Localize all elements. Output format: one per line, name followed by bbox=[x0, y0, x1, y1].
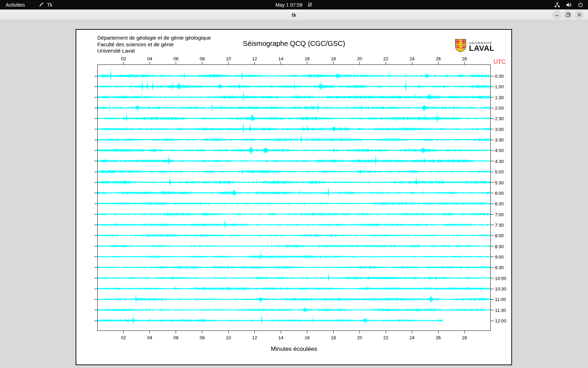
network-wired-icon[interactable] bbox=[554, 2, 560, 8]
x-axis-tick-bottom bbox=[333, 331, 334, 334]
trace-tick-left bbox=[94, 257, 97, 257]
trace-tick-right bbox=[491, 310, 494, 310]
app-indicator-tk[interactable]: Tk bbox=[39, 2, 52, 8]
notifications-disabled-icon bbox=[307, 2, 313, 7]
trace-tick-left bbox=[94, 108, 97, 108]
trace-tick-right bbox=[491, 236, 494, 236]
x-axis-tick-bottom bbox=[464, 331, 465, 334]
x-axis-tick-label-bottom: 04 bbox=[147, 335, 152, 340]
trace-tick-left bbox=[94, 76, 97, 76]
trace-tick-right bbox=[491, 161, 494, 161]
x-axis-tick-top bbox=[307, 62, 307, 64]
tk-window-body: Département de géologie et de génie géol… bbox=[0, 20, 588, 368]
x-axis-tick-top bbox=[359, 62, 360, 64]
trace-tick-right bbox=[491, 87, 494, 87]
close-icon bbox=[577, 13, 581, 17]
power-icon[interactable] bbox=[578, 2, 583, 7]
activities-button[interactable]: Activities bbox=[6, 2, 25, 8]
minimize-button[interactable] bbox=[552, 10, 561, 19]
maximize-button[interactable] bbox=[564, 10, 573, 19]
utc-time-label: 8:30 bbox=[495, 244, 504, 249]
x-axis-tick-label-bottom: 02 bbox=[121, 335, 126, 340]
trace-tick-left bbox=[94, 278, 97, 278]
trace-tick-left bbox=[94, 321, 97, 321]
x-axis-tick-label-top: 22 bbox=[383, 56, 388, 61]
trace-tick-right bbox=[491, 118, 494, 119]
trace-tick-left bbox=[94, 118, 97, 119]
x-axis-tick-label-bottom: 24 bbox=[410, 335, 414, 340]
utc-time-label: 2:00 bbox=[495, 105, 504, 111]
x-axis-tick-bottom bbox=[359, 331, 360, 334]
trace-tick-right bbox=[491, 76, 494, 76]
trace-tick-right bbox=[491, 267, 494, 268]
trace-tick-right bbox=[491, 193, 494, 193]
utc-time-label: 6:30 bbox=[495, 201, 504, 206]
maximize-icon bbox=[566, 13, 570, 17]
utc-time-label: 10:30 bbox=[495, 286, 506, 292]
x-axis-tick-label-top: 20 bbox=[357, 56, 362, 61]
x-axis-tick-label-bottom: 10 bbox=[226, 335, 231, 340]
close-button[interactable] bbox=[575, 10, 584, 19]
trace-tick-right bbox=[491, 214, 494, 214]
utc-time-label: 6:00 bbox=[495, 190, 504, 196]
utc-time-label: 7:30 bbox=[495, 222, 504, 227]
x-axis-tick-label-bottom: 26 bbox=[436, 335, 441, 340]
laval-shield-icon bbox=[455, 39, 466, 54]
trace-tick-right bbox=[491, 204, 494, 204]
x-axis-tick-bottom bbox=[412, 331, 412, 334]
x-axis-tick-top bbox=[202, 62, 202, 64]
x-axis-tick-label-top: 06 bbox=[174, 56, 178, 61]
x-axis-tick-top bbox=[464, 62, 465, 64]
gnome-top-bar: Activities Tk May 1 07:59 bbox=[0, 0, 588, 9]
utc-time-label: 7:00 bbox=[495, 212, 504, 217]
utc-time-label: 3:30 bbox=[495, 137, 504, 143]
x-axis-tick-label-top: 26 bbox=[436, 56, 441, 61]
trace-tick-right bbox=[491, 321, 494, 321]
x-axis-tick-top bbox=[281, 62, 281, 64]
clock-menu[interactable]: May 1 07:59 bbox=[275, 0, 313, 9]
utc-time-label: 0:30 bbox=[495, 74, 504, 79]
trace-tick-right bbox=[491, 278, 494, 278]
trace-tick-left bbox=[94, 161, 97, 161]
x-axis-tick-top bbox=[123, 62, 124, 64]
utc-time-label: 5:00 bbox=[495, 169, 504, 175]
x-axis-tick-label-top: 28 bbox=[462, 56, 467, 61]
x-axis-tick-bottom bbox=[281, 331, 281, 334]
x-axis-tick-bottom bbox=[176, 331, 176, 334]
utc-time-label: 3:00 bbox=[495, 127, 504, 132]
trace-tick-left bbox=[94, 172, 97, 172]
trace-tick-left bbox=[94, 204, 97, 204]
page-title: Séismographe QCQ (CGC/GSC) bbox=[97, 40, 491, 48]
x-axis-tick-bottom bbox=[254, 331, 255, 334]
x-axis-tick-label-top: 10 bbox=[226, 56, 231, 61]
institution-line-3: Université Laval bbox=[97, 48, 211, 54]
trace-tick-right bbox=[491, 97, 494, 97]
x-axis-tick-bottom bbox=[438, 331, 439, 334]
trace-tick-right bbox=[491, 289, 494, 289]
clock-text: May 1 07:59 bbox=[275, 2, 302, 8]
utc-time-label: 1:30 bbox=[495, 95, 504, 100]
trace-tick-left bbox=[94, 289, 97, 289]
window-titlebar[interactable]: tk bbox=[0, 9, 588, 20]
app-indicator-label: Tk bbox=[47, 2, 52, 8]
trace-tick-left bbox=[94, 267, 97, 268]
trace-tick-left bbox=[94, 140, 97, 140]
utc-time-label: 10:00 bbox=[495, 275, 506, 281]
x-axis-tick-top bbox=[333, 62, 334, 64]
x-axis-tick-label-bottom: 14 bbox=[278, 335, 283, 340]
utc-time-label: 8:00 bbox=[495, 233, 504, 238]
trace-tick-left bbox=[94, 310, 97, 310]
logo-large-text: LAVAL bbox=[469, 45, 495, 52]
x-axis-tick-label-top: 16 bbox=[304, 56, 309, 61]
utc-time-label: 2:30 bbox=[495, 116, 504, 121]
utc-axis-label: UTC bbox=[493, 59, 506, 66]
x-axis-tick-top bbox=[386, 62, 386, 64]
x-axis-tick-top bbox=[149, 62, 150, 64]
x-axis-tick-top bbox=[254, 62, 255, 64]
trace-tick-left bbox=[94, 129, 97, 129]
volume-icon[interactable] bbox=[566, 2, 572, 8]
trace-tick-right bbox=[491, 257, 494, 257]
x-axis-tick-bottom bbox=[123, 331, 124, 334]
trace-tick-right bbox=[491, 150, 494, 151]
trace-tick-left bbox=[94, 97, 97, 97]
